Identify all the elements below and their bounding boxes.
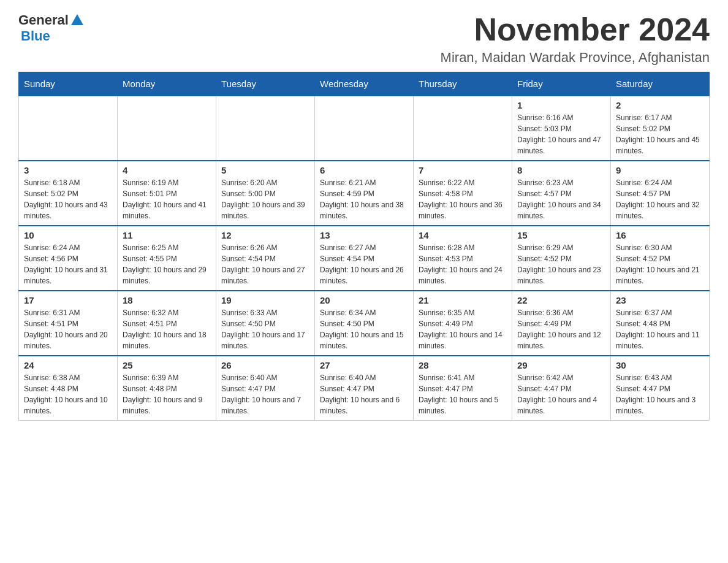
weekday-header-sunday: Sunday <box>19 72 118 96</box>
calendar-week-row-4: 24Sunrise: 6:38 AMSunset: 4:48 PMDayligh… <box>19 356 710 421</box>
day-number: 12 <box>221 230 309 240</box>
weekday-header-tuesday: Tuesday <box>216 72 315 96</box>
weekday-header-wednesday: Wednesday <box>315 72 414 96</box>
day-info: Sunrise: 6:24 AMSunset: 4:56 PMDaylight:… <box>24 242 112 286</box>
calendar-week-row-0: 1Sunrise: 6:16 AMSunset: 5:03 PMDaylight… <box>19 96 710 161</box>
day-number: 11 <box>123 230 211 240</box>
day-number: 23 <box>616 295 704 305</box>
day-number: 7 <box>419 165 507 175</box>
calendar-cell-empty <box>315 96 414 161</box>
calendar-cell-3: 3Sunrise: 6:18 AMSunset: 5:02 PMDaylight… <box>19 161 118 226</box>
day-number: 9 <box>616 165 704 175</box>
weekday-header-row: SundayMondayTuesdayWednesdayThursdayFrid… <box>19 72 710 96</box>
day-number: 8 <box>517 165 605 175</box>
logo-blue-text: Blue <box>21 28 50 44</box>
day-number: 1 <box>517 100 605 110</box>
calendar-cell-27: 27Sunrise: 6:40 AMSunset: 4:47 PMDayligh… <box>315 356 414 421</box>
day-info: Sunrise: 6:40 AMSunset: 4:47 PMDaylight:… <box>320 372 408 416</box>
day-number: 30 <box>616 360 704 370</box>
day-number: 3 <box>24 165 112 175</box>
day-info: Sunrise: 6:40 AMSunset: 4:47 PMDaylight:… <box>221 372 309 416</box>
day-number: 24 <box>24 360 112 370</box>
day-info: Sunrise: 6:41 AMSunset: 4:47 PMDaylight:… <box>419 372 507 416</box>
logo-triangle-icon <box>71 14 83 25</box>
day-info: Sunrise: 6:39 AMSunset: 4:48 PMDaylight:… <box>123 372 211 416</box>
day-number: 20 <box>320 295 408 305</box>
logo-text: General <box>18 12 83 28</box>
logo-general-text: General <box>18 12 69 28</box>
calendar-cell-empty <box>216 96 315 161</box>
day-number: 27 <box>320 360 408 370</box>
calendar-cell-empty <box>19 96 118 161</box>
day-info: Sunrise: 6:26 AMSunset: 4:54 PMDaylight:… <box>221 242 309 286</box>
day-info: Sunrise: 6:37 AMSunset: 4:48 PMDaylight:… <box>616 307 704 351</box>
calendar-cell-24: 24Sunrise: 6:38 AMSunset: 4:48 PMDayligh… <box>19 356 118 421</box>
location-title: Miran, Maidan Wardak Province, Afghanist… <box>441 50 710 66</box>
weekday-header-saturday: Saturday <box>611 72 710 96</box>
day-number: 17 <box>24 295 112 305</box>
day-info: Sunrise: 6:29 AMSunset: 4:52 PMDaylight:… <box>517 242 605 286</box>
day-info: Sunrise: 6:18 AMSunset: 5:02 PMDaylight:… <box>24 177 112 221</box>
calendar-cell-6: 6Sunrise: 6:21 AMSunset: 4:59 PMDaylight… <box>315 161 414 226</box>
day-info: Sunrise: 6:34 AMSunset: 4:50 PMDaylight:… <box>320 307 408 351</box>
day-number: 26 <box>221 360 309 370</box>
weekday-header-friday: Friday <box>512 72 611 96</box>
day-info: Sunrise: 6:28 AMSunset: 4:53 PMDaylight:… <box>419 242 507 286</box>
title-block: November 2024 Miran, Maidan Wardak Provi… <box>441 12 710 66</box>
calendar-cell-5: 5Sunrise: 6:20 AMSunset: 5:00 PMDaylight… <box>216 161 315 226</box>
calendar-cell-25: 25Sunrise: 6:39 AMSunset: 4:48 PMDayligh… <box>118 356 216 421</box>
day-info: Sunrise: 6:25 AMSunset: 4:55 PMDaylight:… <box>123 242 211 286</box>
day-info: Sunrise: 6:17 AMSunset: 5:02 PMDaylight:… <box>616 112 704 156</box>
calendar-cell-9: 9Sunrise: 6:24 AMSunset: 4:57 PMDaylight… <box>611 161 710 226</box>
calendar-cell-7: 7Sunrise: 6:22 AMSunset: 4:58 PMDaylight… <box>414 161 512 226</box>
day-info: Sunrise: 6:21 AMSunset: 4:59 PMDaylight:… <box>320 177 408 221</box>
calendar-table: SundayMondayTuesdayWednesdayThursdayFrid… <box>18 72 710 421</box>
weekday-header-thursday: Thursday <box>414 72 512 96</box>
calendar-cell-4: 4Sunrise: 6:19 AMSunset: 5:01 PMDaylight… <box>118 161 216 226</box>
day-number: 6 <box>320 165 408 175</box>
calendar-cell-20: 20Sunrise: 6:34 AMSunset: 4:50 PMDayligh… <box>315 291 414 356</box>
logo: General Blue <box>18 12 83 44</box>
calendar-cell-8: 8Sunrise: 6:23 AMSunset: 4:57 PMDaylight… <box>512 161 611 226</box>
day-info: Sunrise: 6:23 AMSunset: 4:57 PMDaylight:… <box>517 177 605 221</box>
day-number: 15 <box>517 230 605 240</box>
calendar-cell-empty <box>414 96 512 161</box>
calendar-cell-22: 22Sunrise: 6:36 AMSunset: 4:49 PMDayligh… <box>512 291 611 356</box>
calendar-cell-1: 1Sunrise: 6:16 AMSunset: 5:03 PMDaylight… <box>512 96 611 161</box>
page-header: General Blue November 2024 Miran, Maidan… <box>18 12 710 66</box>
day-info: Sunrise: 6:32 AMSunset: 4:51 PMDaylight:… <box>123 307 211 351</box>
calendar-week-row-1: 3Sunrise: 6:18 AMSunset: 5:02 PMDaylight… <box>19 161 710 226</box>
calendar-cell-11: 11Sunrise: 6:25 AMSunset: 4:55 PMDayligh… <box>118 226 216 291</box>
day-number: 2 <box>616 100 704 110</box>
calendar-cell-30: 30Sunrise: 6:43 AMSunset: 4:47 PMDayligh… <box>611 356 710 421</box>
day-number: 18 <box>123 295 211 305</box>
day-number: 19 <box>221 295 309 305</box>
day-number: 10 <box>24 230 112 240</box>
calendar-week-row-3: 17Sunrise: 6:31 AMSunset: 4:51 PMDayligh… <box>19 291 710 356</box>
calendar-cell-23: 23Sunrise: 6:37 AMSunset: 4:48 PMDayligh… <box>611 291 710 356</box>
day-number: 16 <box>616 230 704 240</box>
day-number: 29 <box>517 360 605 370</box>
calendar-cell-15: 15Sunrise: 6:29 AMSunset: 4:52 PMDayligh… <box>512 226 611 291</box>
day-number: 14 <box>419 230 507 240</box>
day-info: Sunrise: 6:31 AMSunset: 4:51 PMDaylight:… <box>24 307 112 351</box>
calendar-week-row-2: 10Sunrise: 6:24 AMSunset: 4:56 PMDayligh… <box>19 226 710 291</box>
day-info: Sunrise: 6:22 AMSunset: 4:58 PMDaylight:… <box>419 177 507 221</box>
day-info: Sunrise: 6:19 AMSunset: 5:01 PMDaylight:… <box>123 177 211 221</box>
day-number: 5 <box>221 165 309 175</box>
calendar-cell-13: 13Sunrise: 6:27 AMSunset: 4:54 PMDayligh… <box>315 226 414 291</box>
calendar-cell-14: 14Sunrise: 6:28 AMSunset: 4:53 PMDayligh… <box>414 226 512 291</box>
calendar-cell-26: 26Sunrise: 6:40 AMSunset: 4:47 PMDayligh… <box>216 356 315 421</box>
calendar-cell-18: 18Sunrise: 6:32 AMSunset: 4:51 PMDayligh… <box>118 291 216 356</box>
calendar-cell-29: 29Sunrise: 6:42 AMSunset: 4:47 PMDayligh… <box>512 356 611 421</box>
calendar-cell-28: 28Sunrise: 6:41 AMSunset: 4:47 PMDayligh… <box>414 356 512 421</box>
day-info: Sunrise: 6:36 AMSunset: 4:49 PMDaylight:… <box>517 307 605 351</box>
day-info: Sunrise: 6:35 AMSunset: 4:49 PMDaylight:… <box>419 307 507 351</box>
day-number: 28 <box>419 360 507 370</box>
day-info: Sunrise: 6:16 AMSunset: 5:03 PMDaylight:… <box>517 112 605 156</box>
day-info: Sunrise: 6:38 AMSunset: 4:48 PMDaylight:… <box>24 372 112 416</box>
calendar-cell-17: 17Sunrise: 6:31 AMSunset: 4:51 PMDayligh… <box>19 291 118 356</box>
day-info: Sunrise: 6:24 AMSunset: 4:57 PMDaylight:… <box>616 177 704 221</box>
weekday-header-monday: Monday <box>118 72 216 96</box>
day-info: Sunrise: 6:27 AMSunset: 4:54 PMDaylight:… <box>320 242 408 286</box>
